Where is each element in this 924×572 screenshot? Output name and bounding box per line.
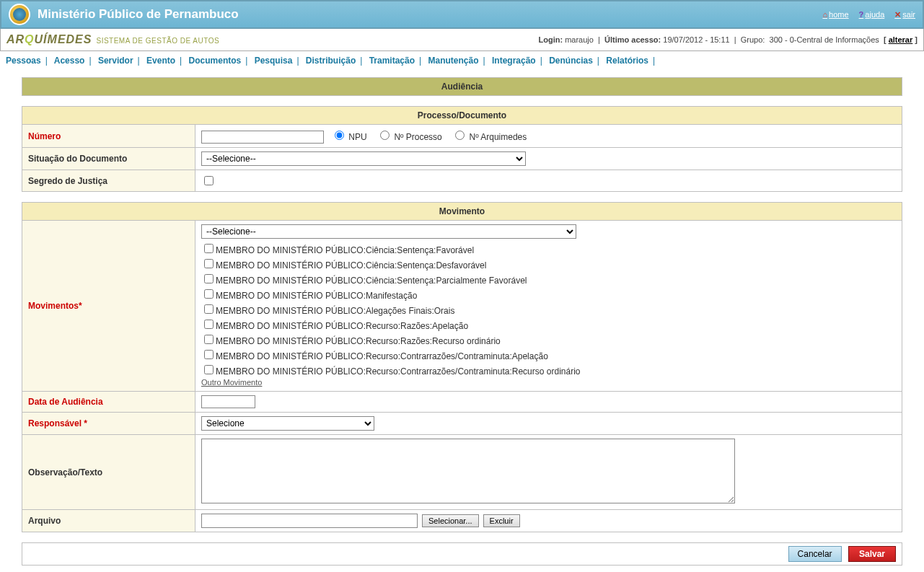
mov-check-0[interactable]	[204, 244, 214, 253]
mov-item: MEMBRO DO MINISTÉRIO PÚBLICO:Ciência:Sen…	[201, 257, 896, 270]
menu-relatorios[interactable]: Relatórios	[606, 56, 648, 66]
menu-servidor[interactable]: Servidor	[98, 56, 133, 66]
menu-evento[interactable]: Evento	[146, 56, 175, 66]
link-home[interactable]: ⌂home	[822, 10, 848, 19]
btn-cancelar[interactable]: Cancelar	[788, 546, 842, 562]
input-data-audiencia[interactable]	[201, 395, 255, 408]
section-movimento: Movimento	[22, 203, 902, 221]
mov-check-2[interactable]	[204, 274, 214, 283]
btn-selecionar[interactable]: Selecionar...	[422, 514, 479, 527]
brand: ARQUÍMEDES SISTEMA DE GESTÃO DE AUTOS	[6, 33, 219, 46]
section-processo: Processo/Documento	[22, 107, 902, 125]
numero-radio-group: NPU Nº Processo Nº Arquimedes	[331, 132, 534, 142]
header-links: ⌂home ?ajuda ✕sair	[822, 10, 915, 19]
mov-check-5[interactable]	[204, 320, 214, 329]
label-arquivo: Arquivo	[22, 510, 195, 532]
main-menu: Pessoas| Acesso| Servidor| Evento| Docum…	[0, 51, 924, 70]
select-situacao[interactable]: --Selecione--	[201, 151, 526, 166]
menu-documentos[interactable]: Documentos	[189, 56, 242, 66]
mov-check-8[interactable]	[204, 365, 214, 374]
label-data-audiencia: Data de Audiência	[22, 392, 195, 413]
subheader: ARQUÍMEDES SISTEMA DE GESTÃO DE AUTOS Lo…	[0, 29, 924, 51]
link-outro-movimento[interactable]: Outro Movimento	[201, 378, 262, 387]
mov-check-3[interactable]	[204, 289, 214, 299]
radio-processo[interactable]	[380, 131, 390, 140]
title-table: Audiência	[22, 77, 902, 96]
file-display	[201, 514, 418, 528]
link-ajuda[interactable]: ?ajuda	[859, 10, 885, 19]
movimento-table: Movimento Movimentos* --Selecione-- MEMB…	[22, 202, 902, 532]
input-numero[interactable]	[201, 131, 324, 144]
mov-check-6[interactable]	[204, 335, 214, 344]
mov-item: MEMBRO DO MINISTÉRIO PÚBLICO:Ciência:Sen…	[201, 242, 896, 255]
mov-item: MEMBRO DO MINISTÉRIO PÚBLICO:Manifestaçã…	[201, 287, 896, 301]
mov-check-1[interactable]	[204, 259, 214, 268]
label-numero: Número	[22, 125, 195, 148]
login-info: Login: maraujo | Último acesso: 19/07/20…	[538, 35, 918, 44]
home-icon: ⌂	[822, 10, 827, 19]
page-title: Audiência	[22, 78, 902, 96]
label-segredo: Segredo de Justiça	[22, 170, 195, 192]
mov-item: MEMBRO DO MINISTÉRIO PÚBLICO:Alegações F…	[201, 302, 896, 316]
radio-arquimedes[interactable]	[455, 131, 465, 140]
link-sair[interactable]: ✕sair	[894, 10, 915, 19]
mov-item: MEMBRO DO MINISTÉRIO PÚBLICO:Recurso:Raz…	[201, 333, 896, 346]
processo-table: Processo/Documento Número NPU Nº Process…	[22, 106, 902, 192]
mov-item: MEMBRO DO MINISTÉRIO PÚBLICO:Recurso:Con…	[201, 363, 896, 377]
header-bar: Ministério Público de Pernambuco ⌂home ?…	[0, 0, 924, 29]
mov-check-7[interactable]	[204, 350, 214, 359]
mov-check-4[interactable]	[204, 304, 214, 314]
menu-pesquisa[interactable]: Pesquisa	[255, 56, 293, 66]
brand-subtitle: SISTEMA DE GESTÃO DE AUTOS	[96, 37, 219, 45]
btn-salvar[interactable]: Salvar	[848, 546, 896, 562]
menu-manutencao[interactable]: Manutenção	[428, 56, 479, 66]
menu-integracao[interactable]: Integração	[492, 56, 536, 66]
label-responsavel: Responsável *	[22, 413, 195, 435]
label-movimentos: Movimentos*	[22, 221, 195, 392]
menu-distribuicao[interactable]: Distribuição	[306, 56, 356, 66]
label-situacao: Situação do Documento	[22, 148, 195, 170]
check-segredo[interactable]	[204, 176, 214, 185]
menu-denuncias[interactable]: Denúncias	[549, 56, 593, 66]
btn-excluir[interactable]: Excluir	[483, 514, 520, 527]
help-icon: ?	[859, 10, 864, 19]
textarea-observacao[interactable]	[201, 439, 735, 503]
menu-tramitacao[interactable]: Tramitação	[369, 56, 415, 66]
mov-item: MEMBRO DO MINISTÉRIO PÚBLICO:Ciência:Sen…	[201, 272, 896, 286]
app-logo	[9, 4, 30, 25]
label-observacao: Observação/Texto	[22, 435, 195, 510]
mov-item: MEMBRO DO MINISTÉRIO PÚBLICO:Recurso:Con…	[201, 348, 896, 361]
action-bar: Cancelar Salvar	[22, 542, 902, 566]
select-responsavel[interactable]: Selecione	[201, 416, 374, 431]
radio-npu[interactable]	[335, 131, 344, 140]
select-movimento[interactable]: --Selecione--	[201, 224, 576, 239]
movimentos-list: MEMBRO DO MINISTÉRIO PÚBLICO:Ciência:Sen…	[201, 242, 896, 377]
exit-icon: ✕	[894, 10, 901, 19]
app-title: Ministério Público de Pernambuco	[38, 7, 239, 22]
mov-item: MEMBRO DO MINISTÉRIO PÚBLICO:Recurso:Raz…	[201, 317, 896, 331]
menu-acesso[interactable]: Acesso	[54, 56, 85, 66]
link-alterar[interactable]: alterar	[889, 35, 913, 44]
menu-pessoas[interactable]: Pessoas	[6, 56, 41, 66]
